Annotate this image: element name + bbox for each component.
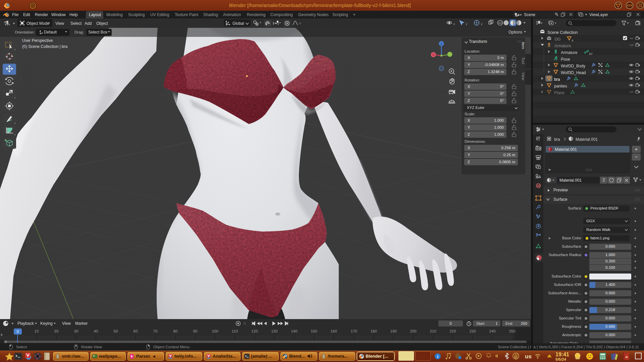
svg-text:i: i xyxy=(437,354,438,359)
svg-text:20: 20 xyxy=(54,329,59,333)
svg-text:220: 220 xyxy=(449,329,456,333)
svg-text:60: 60 xyxy=(133,329,138,333)
svg-text:230: 230 xyxy=(469,329,476,333)
svg-text:40: 40 xyxy=(94,329,98,333)
svg-text:100: 100 xyxy=(212,329,218,333)
svg-text:130: 130 xyxy=(271,329,277,333)
svg-text:80: 80 xyxy=(173,329,178,333)
svg-text:200: 200 xyxy=(410,329,416,333)
svg-text:150: 150 xyxy=(311,329,317,333)
svg-text:250: 250 xyxy=(509,329,515,333)
svg-text:240: 240 xyxy=(489,329,495,333)
svg-text:30: 30 xyxy=(74,329,78,333)
svg-text:140: 140 xyxy=(291,329,297,333)
svg-text:120: 120 xyxy=(251,329,258,333)
svg-text:190: 190 xyxy=(390,329,396,333)
svg-text:10: 10 xyxy=(35,329,39,333)
svg-text:50: 50 xyxy=(114,329,118,333)
svg-text:180: 180 xyxy=(370,329,377,333)
svg-text:90: 90 xyxy=(193,329,198,333)
svg-text:us: us xyxy=(525,353,532,360)
svg-text:0: 0 xyxy=(17,329,19,334)
svg-text:70: 70 xyxy=(153,329,158,333)
svg-text:210: 210 xyxy=(430,329,436,333)
svg-text:110: 110 xyxy=(232,329,238,333)
svg-text:160: 160 xyxy=(330,329,337,333)
svg-text:Z: Z xyxy=(440,42,442,46)
svg-text:170: 170 xyxy=(351,329,357,333)
svg-text:a: a xyxy=(626,354,628,359)
